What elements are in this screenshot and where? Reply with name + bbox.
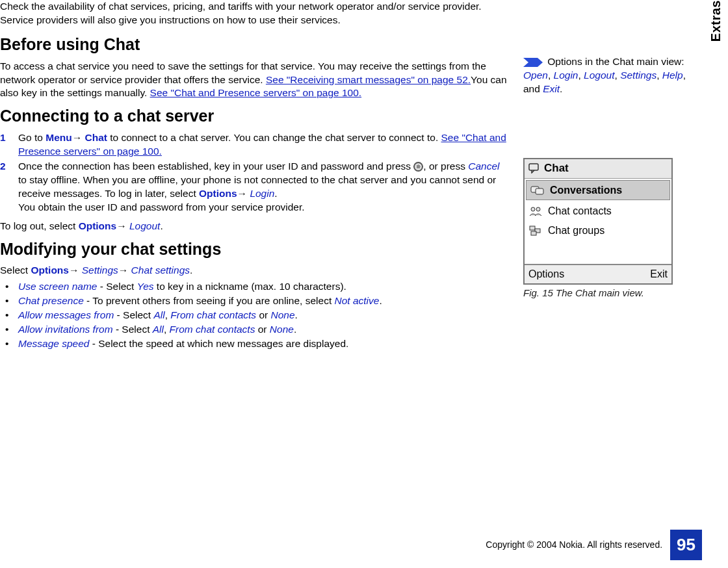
- callout-icon: [523, 58, 543, 67]
- link-smart-messages[interactable]: See "Receiving smart messages" on page 5…: [266, 74, 471, 85]
- groups-icon: [528, 225, 543, 237]
- chat-icon: [528, 163, 540, 174]
- link-chat-presence-1[interactable]: See "Chat and Presence servers" on page …: [150, 87, 362, 98]
- logout-paragraph: To log out, select Options→ Logout.: [0, 220, 510, 233]
- side-tab: Extras: [707, 0, 725, 42]
- heading-connecting: Connecting to a chat server: [0, 105, 510, 127]
- intro-paragraph: Check the availability of chat services,…: [0, 0, 510, 27]
- bullet-allow-invitations: Allow invitations from - Select All, Fro…: [0, 323, 510, 337]
- cancel-label: Cancel: [468, 161, 499, 172]
- svg-rect-6: [530, 226, 535, 230]
- navkey-icon: [413, 162, 423, 172]
- sec1-paragraph: To access a chat service you need to sav…: [0, 60, 510, 101]
- bullet-screen-name: Use screen name - Select Yes to key in a…: [0, 280, 510, 294]
- options-label-2: Options: [79, 220, 117, 231]
- screenshot-row-groups[interactable]: Chat groups: [525, 221, 671, 240]
- screenshot-row-contacts[interactable]: Chat contacts: [525, 201, 671, 221]
- heading-modifying: Modifying your chat settings: [0, 239, 510, 261]
- heading-before-using-chat: Before using Chat: [0, 34, 510, 56]
- copyright: Copyright © 2004 Nokia. All rights reser…: [486, 539, 662, 551]
- svg-point-4: [531, 207, 535, 211]
- sec3-select: Select Options→ Settings→ Chat settings.: [0, 264, 510, 278]
- options-label-1: Options: [199, 188, 237, 199]
- phone-screenshot: Chat Conversations Chat contacts Chat gr…: [523, 158, 673, 285]
- bullet-message-speed: Message speed - Select the speed at whic…: [0, 337, 510, 351]
- bullet-allow-messages: Allow messages from - Select All, From c…: [0, 309, 510, 322]
- figure-caption: Fig. 15 The Chat main view.: [523, 287, 686, 300]
- options-callout: Options in the Chat main view: Open, Log…: [523, 55, 686, 96]
- contacts-icon: [528, 205, 543, 217]
- svg-rect-3: [536, 188, 543, 194]
- screenshot-titlebar: Chat: [525, 159, 671, 179]
- softkey-options[interactable]: Options: [528, 267, 564, 281]
- svg-rect-8: [531, 231, 536, 235]
- svg-point-5: [536, 207, 540, 211]
- bullet-chat-presence: Chat presence - To prevent others from s…: [0, 294, 510, 308]
- chat-label: Chat: [85, 132, 107, 143]
- step-1: 1 Go to Menu→ Chat to connect to a chat …: [0, 131, 510, 159]
- login-label: Login: [250, 188, 274, 199]
- step-2: 2 Once the connection has been establish…: [0, 160, 510, 214]
- screenshot-row-conversations[interactable]: Conversations: [526, 180, 670, 201]
- svg-marker-0: [523, 58, 543, 67]
- logout-label: Logout: [129, 220, 160, 231]
- conversations-icon: [530, 185, 545, 196]
- menu-label: Menu: [46, 132, 72, 143]
- page-number: 95: [670, 530, 702, 560]
- softkey-exit[interactable]: Exit: [650, 267, 668, 281]
- svg-rect-1: [529, 164, 538, 170]
